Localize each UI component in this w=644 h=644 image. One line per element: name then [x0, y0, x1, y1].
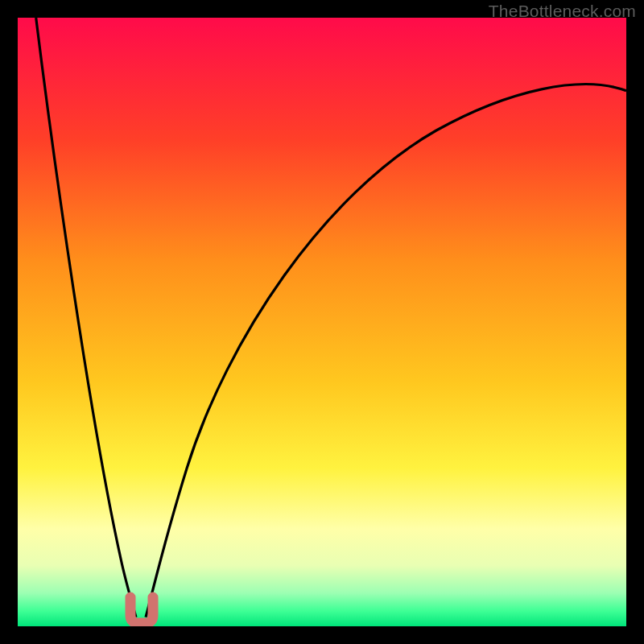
- bottleneck-chart: [18, 18, 626, 626]
- gradient-background: [18, 18, 626, 626]
- chart-frame: TheBottleneck.com: [0, 0, 644, 644]
- watermark-text: TheBottleneck.com: [489, 2, 636, 21]
